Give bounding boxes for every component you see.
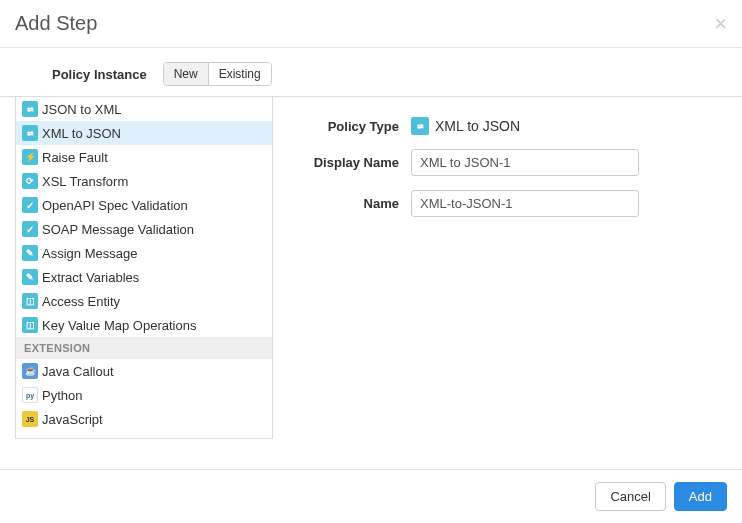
policy-item-label: Assign Message (42, 246, 137, 261)
instance-segmented: New Existing (163, 62, 272, 86)
policy-item-label: JavaScript (42, 412, 103, 427)
check-icon (22, 221, 38, 237)
policy-item[interactable]: XSL Transform (16, 169, 272, 193)
policy-item[interactable]: XML to JSON (16, 121, 272, 145)
edit-icon (22, 245, 38, 261)
add-button[interactable]: Add (674, 482, 727, 511)
value-policy-type: XML to JSON (411, 117, 520, 135)
label-policy-type: Policy Type (303, 119, 411, 134)
policy-instance-label: Policy Instance (52, 67, 147, 82)
row-display-name: Display Name (303, 149, 697, 176)
policy-item[interactable]: Access Entity (16, 289, 272, 313)
policy-instance-row: Policy Instance New Existing (0, 48, 742, 96)
policy-item[interactable]: Python (16, 383, 272, 407)
xml-to-json-icon (411, 117, 429, 135)
check-icon (22, 197, 38, 213)
policy-detail: Policy Type XML to JSON Display Name Nam… (273, 97, 727, 469)
policy-item[interactable]: JavaScript (16, 407, 272, 431)
swap-icon (22, 101, 38, 117)
tab-existing[interactable]: Existing (208, 63, 271, 85)
db-icon (22, 293, 38, 309)
policy-item-label: Java Callout (42, 364, 114, 379)
policy-item[interactable]: Assign Message (16, 241, 272, 265)
policy-item-label: XSL Transform (42, 174, 128, 189)
gear-icon (22, 173, 38, 189)
cancel-button[interactable]: Cancel (595, 482, 665, 511)
policy-item[interactable]: Extract Variables (16, 265, 272, 289)
policy-item-label: OpenAPI Spec Validation (42, 198, 188, 213)
db-icon (22, 317, 38, 333)
policy-item-label: Extract Variables (42, 270, 139, 285)
policy-list[interactable]: JSON to XMLXML to JSONRaise FaultXSL Tra… (15, 97, 273, 439)
policy-item-label: SOAP Message Validation (42, 222, 194, 237)
edit-icon (22, 269, 38, 285)
policy-item[interactable]: SOAP Message Validation (16, 217, 272, 241)
policy-item[interactable]: JSON to XML (16, 97, 272, 121)
policy-item-label: XML to JSON (42, 126, 121, 141)
add-step-modal: Add Step × Policy Instance New Existing … (0, 0, 742, 523)
name-input[interactable] (411, 190, 639, 217)
py-icon (22, 387, 38, 403)
modal-header: Add Step × (0, 0, 742, 48)
policy-item-label: Raise Fault (42, 150, 108, 165)
modal-title: Add Step (15, 12, 97, 35)
warn-icon (22, 149, 38, 165)
row-name: Name (303, 190, 697, 217)
row-policy-type: Policy Type XML to JSON (303, 117, 697, 135)
close-icon[interactable]: × (714, 13, 727, 35)
swap-icon (22, 125, 38, 141)
content-area: JSON to XMLXML to JSONRaise FaultXSL Tra… (0, 96, 742, 469)
policy-item-label: Access Entity (42, 294, 120, 309)
policy-item-label: Key Value Map Operations (42, 318, 196, 333)
tab-new[interactable]: New (164, 63, 208, 85)
label-name: Name (303, 196, 411, 211)
js-icon (22, 411, 38, 427)
policy-item-label: JSON to XML (42, 102, 121, 117)
policy-item[interactable]: Raise Fault (16, 145, 272, 169)
modal-footer: Cancel Add (0, 469, 742, 523)
policy-item-label: Python (42, 388, 82, 403)
display-name-input[interactable] (411, 149, 639, 176)
policy-item[interactable]: Java Callout (16, 359, 272, 383)
policy-item[interactable]: Key Value Map Operations (16, 313, 272, 337)
java-icon (22, 363, 38, 379)
extension-header: EXTENSION (16, 337, 272, 359)
label-display-name: Display Name (303, 155, 411, 170)
policy-type-text: XML to JSON (435, 118, 520, 134)
policy-item[interactable]: OpenAPI Spec Validation (16, 193, 272, 217)
